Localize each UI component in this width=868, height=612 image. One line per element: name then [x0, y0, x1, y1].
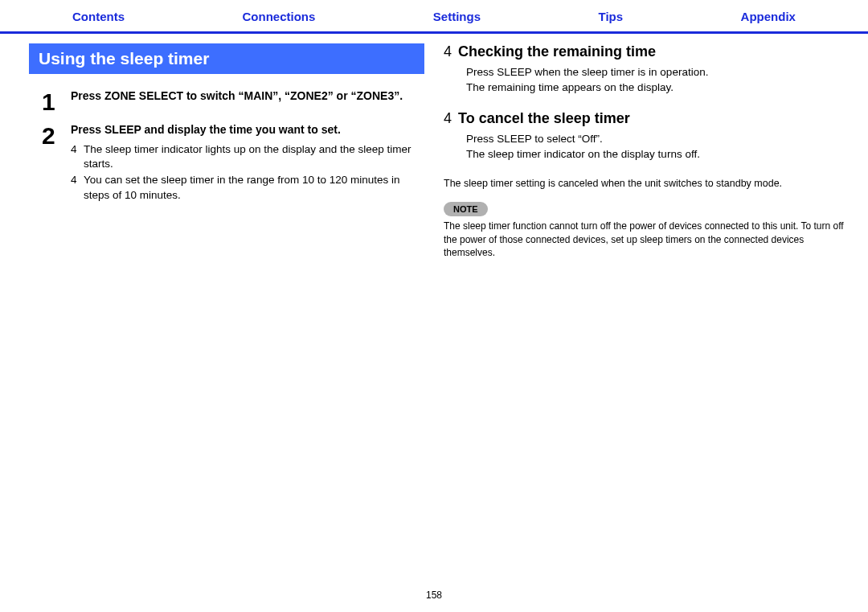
nav-tips[interactable]: Tips [599, 10, 624, 23]
step-2-text: Press SLEEP and display the time you wan… [71, 123, 341, 136]
step-2-bullet-1: 4 The sleep timer indicator lights up on… [71, 142, 424, 171]
diamond-icon: 4 [444, 43, 452, 60]
check-body-line-1: Press SLEEP when the sleep timer is in o… [466, 65, 852, 80]
nav-settings[interactable]: Settings [433, 10, 481, 23]
step-1-text: Press ZONE SELECT to switch “MAIN”, “ZON… [71, 89, 403, 102]
step-2-bullet-1-text: The sleep timer indicator lights up on t… [84, 142, 424, 171]
subheading-cancel-body: Press SLEEP to select “Off”. The sleep t… [466, 132, 852, 162]
section-title: Using the sleep timer [29, 43, 424, 74]
diamond-icon: 4 [444, 110, 452, 127]
page-number: 158 [0, 589, 868, 601]
bullet-marker-icon: 4 [71, 173, 79, 202]
note-text: The sleep timer function cannot turn off… [444, 220, 852, 259]
content-columns: Using the sleep timer 1 Press ZONE SELEC… [0, 34, 868, 259]
bullet-marker-icon: 4 [71, 142, 79, 171]
step-2-number: 2 [42, 122, 71, 203]
subheading-cancel: To cancel the sleep timer [458, 110, 630, 127]
step-2: 2 Press SLEEP and display the time you w… [42, 122, 424, 203]
standby-note: The sleep timer setting is canceled when… [444, 177, 852, 191]
step-2-bullets: 4 The sleep timer indicator lights up on… [71, 142, 424, 203]
nav-connections[interactable]: Connections [243, 10, 316, 23]
step-1-number: 1 [42, 88, 71, 114]
subheading-check: Checking the remaining time [458, 43, 656, 60]
subheading-check-body: Press SLEEP when the sleep timer is in o… [466, 65, 852, 96]
check-body-line-2: The remaining time appears on the displa… [466, 80, 852, 96]
right-column: 4 Checking the remaining time Press SLEE… [444, 43, 852, 259]
top-nav: Contents Connections Settings Tips Appen… [0, 0, 868, 34]
note-badge: NOTE [444, 202, 488, 216]
cancel-body-line-2: The sleep timer indicator on the display… [466, 147, 852, 162]
nav-contents[interactable]: Contents [72, 10, 125, 23]
subheading-cancel-row: 4 To cancel the sleep timer [444, 110, 852, 127]
cancel-body-line-1: Press SLEEP to select “Off”. [466, 132, 852, 147]
step-2-bullet-2-text: You can set the sleep timer in the range… [84, 173, 424, 202]
step-2-bullet-2: 4 You can set the sleep timer in the ran… [71, 173, 424, 202]
left-column: Using the sleep timer 1 Press ZONE SELEC… [16, 43, 424, 259]
step-1: 1 Press ZONE SELECT to switch “MAIN”, “Z… [42, 88, 424, 114]
subheading-check-row: 4 Checking the remaining time [444, 43, 852, 60]
nav-appendix[interactable]: Appendix [741, 10, 796, 23]
